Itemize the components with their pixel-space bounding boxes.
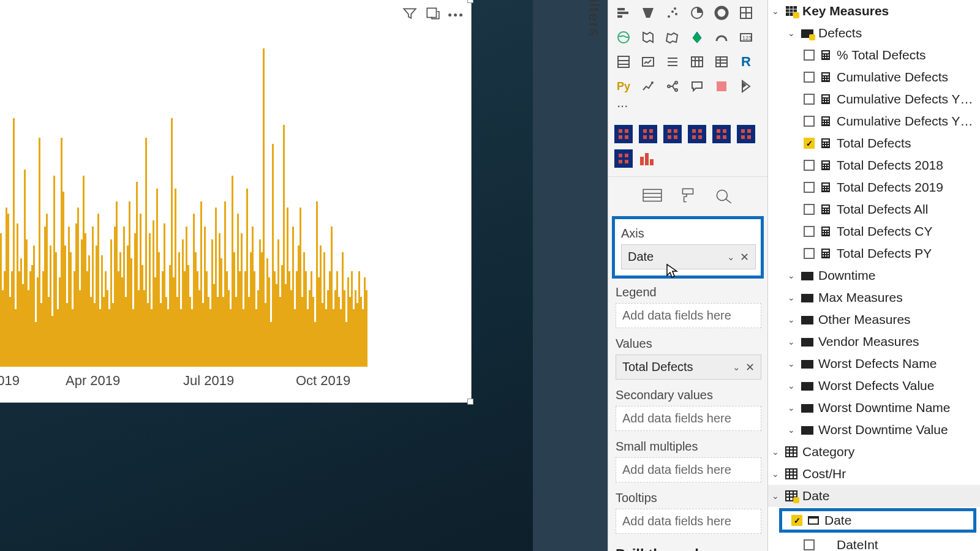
- resize-handle[interactable]: [467, 399, 473, 405]
- field-checkbox[interactable]: [804, 116, 815, 127]
- python-visual-icon[interactable]: Py: [614, 77, 633, 96]
- field-date[interactable]: Date: [780, 509, 975, 531]
- field-checkbox[interactable]: [804, 248, 815, 259]
- filter-icon[interactable]: [402, 6, 418, 24]
- column-chart-visual[interactable]: 2019 Apr 2019 Jul 2019 Oct 2019: [0, 0, 472, 403]
- funnel-chart-icon[interactable]: [639, 4, 657, 22]
- measure-item[interactable]: Total Defects All: [768, 198, 980, 220]
- table-category[interactable]: ⌄ Category: [768, 441, 980, 463]
- tooltips-well[interactable]: Tooltips Add data fields here: [608, 486, 767, 538]
- scatter-chart-icon[interactable]: [663, 4, 682, 22]
- field-checkbox[interactable]: [791, 515, 802, 526]
- custom-visual-icon[interactable]: [639, 149, 657, 168]
- table-icon[interactable]: [688, 53, 706, 71]
- field-checkbox[interactable]: [804, 160, 815, 171]
- analytics-tab-icon[interactable]: [713, 187, 734, 207]
- axis-well[interactable]: Axis Date ⌄ ✕: [612, 216, 764, 279]
- measure-item[interactable]: Cumulative Defects: [768, 66, 980, 88]
- field-checkbox[interactable]: [804, 50, 815, 61]
- svg-rect-20: [643, 58, 654, 66]
- focus-mode-icon[interactable]: [425, 6, 441, 24]
- slicer-icon[interactable]: [663, 53, 682, 71]
- table-row[interactable]: ⌄Worst Defects Value: [768, 375, 980, 397]
- table-row[interactable]: ⌄Worst Downtime Value: [768, 419, 980, 441]
- tooltips-placeholder[interactable]: Add data fields here: [616, 509, 761, 534]
- fields-tab-icon[interactable]: [642, 187, 663, 207]
- key-influencers-icon[interactable]: [639, 77, 657, 96]
- decomposition-tree-icon[interactable]: [663, 77, 682, 96]
- secondary-values-placeholder[interactable]: Add data fields here: [616, 406, 761, 431]
- remove-field-icon[interactable]: ✕: [740, 250, 749, 264]
- pie-chart-icon[interactable]: [688, 4, 706, 22]
- table-date[interactable]: ⌄ Date: [768, 485, 980, 507]
- values-well[interactable]: Values Total Defects ⌄ ✕: [608, 332, 767, 383]
- more-options-icon[interactable]: [448, 13, 462, 17]
- table-row[interactable]: ⌄Other Measures: [768, 309, 980, 331]
- kpi-icon[interactable]: [639, 53, 657, 71]
- custom-visual-icon[interactable]: [639, 125, 657, 143]
- field-checkbox[interactable]: [804, 138, 815, 149]
- svg-rect-125: [823, 167, 824, 168]
- field-menu-chevron-icon[interactable]: ⌄: [727, 252, 735, 263]
- get-more-visuals-icon[interactable]: ···: [608, 98, 767, 119]
- field-dateint[interactable]: DateInt: [768, 534, 980, 551]
- table-cost-hr[interactable]: ⌄ Cost/Hr: [768, 463, 980, 485]
- measure-item[interactable]: Cumulative Defects Y…: [768, 110, 980, 132]
- values-field-pill[interactable]: Total Defects ⌄ ✕: [616, 354, 761, 380]
- shape-map-icon[interactable]: [663, 28, 682, 47]
- table-row[interactable]: ⌄Worst Downtime Name: [768, 397, 980, 419]
- measure-item[interactable]: % Total Defects: [768, 44, 980, 66]
- table-row[interactable]: ⌄Downtime: [768, 264, 980, 287]
- table-row[interactable]: ⌄Max Measures: [768, 287, 980, 309]
- custom-visual-icon[interactable]: [663, 125, 682, 143]
- remove-field-icon[interactable]: ✕: [745, 361, 755, 374]
- map-icon[interactable]: [614, 28, 633, 47]
- filled-map-icon[interactable]: [639, 28, 657, 47]
- filters-pane-label[interactable]: ilters: [586, 0, 603, 37]
- field-menu-chevron-icon[interactable]: ⌄: [733, 362, 741, 373]
- r-visual-icon[interactable]: R: [737, 53, 755, 71]
- gauge-icon[interactable]: [712, 28, 731, 47]
- measure-item[interactable]: Total Defects PY: [768, 242, 980, 264]
- field-checkbox[interactable]: [804, 226, 815, 237]
- measure-item[interactable]: Total Defects 2018: [768, 154, 980, 176]
- multi-row-card-icon[interactable]: [614, 53, 633, 71]
- treemap-icon[interactable]: [737, 4, 755, 22]
- smart-narrative-icon[interactable]: [712, 77, 731, 96]
- table-defects[interactable]: ⌄ Defects: [768, 22, 980, 44]
- format-tab-icon[interactable]: [677, 187, 698, 207]
- measure-item[interactable]: Cumulative Defects Y…: [768, 88, 980, 110]
- resize-handle[interactable]: [467, 0, 473, 3]
- field-checkbox[interactable]: [804, 182, 815, 193]
- field-checkbox[interactable]: [804, 539, 815, 550]
- field-checkbox[interactable]: [804, 204, 815, 215]
- chevron-down-icon: ⌄: [771, 491, 780, 501]
- custom-visual-icon[interactable]: [614, 149, 633, 168]
- legend-placeholder[interactable]: Add data fields here: [616, 303, 761, 328]
- custom-visual-icon[interactable]: [712, 125, 731, 143]
- small-multiples-well[interactable]: Small multiples Add data fields here: [608, 435, 767, 486]
- stacked-bar-chart-icon[interactable]: [614, 4, 633, 22]
- measure-item[interactable]: Total Defects CY: [768, 220, 980, 242]
- legend-well[interactable]: Legend Add data fields here: [608, 280, 767, 332]
- svg-rect-55: [717, 135, 720, 139]
- measure-item[interactable]: Total Defects: [768, 132, 980, 154]
- paginated-report-icon[interactable]: [737, 77, 755, 96]
- azure-map-icon[interactable]: [688, 28, 706, 47]
- custom-visual-icon[interactable]: [614, 125, 633, 143]
- field-checkbox[interactable]: [804, 94, 815, 105]
- table-row[interactable]: ⌄Worst Defects Name: [768, 353, 980, 375]
- card-icon[interactable]: 123: [737, 28, 755, 47]
- custom-visual-icon[interactable]: [737, 125, 755, 143]
- donut-chart-icon[interactable]: [712, 4, 731, 22]
- axis-field-pill[interactable]: Date ⌄ ✕: [621, 244, 756, 269]
- table-row[interactable]: ⌄Vendor Measures: [768, 331, 980, 353]
- table-key-measures[interactable]: ⌄ Key Measures: [768, 0, 980, 22]
- measure-item[interactable]: Total Defects 2019: [768, 176, 980, 198]
- small-multiples-placeholder[interactable]: Add data fields here: [616, 457, 761, 482]
- field-checkbox[interactable]: [804, 72, 815, 83]
- custom-visual-icon[interactable]: [688, 125, 706, 143]
- matrix-icon[interactable]: [712, 53, 731, 71]
- qa-visual-icon[interactable]: [688, 77, 706, 96]
- secondary-values-well[interactable]: Secondary values Add data fields here: [608, 383, 767, 435]
